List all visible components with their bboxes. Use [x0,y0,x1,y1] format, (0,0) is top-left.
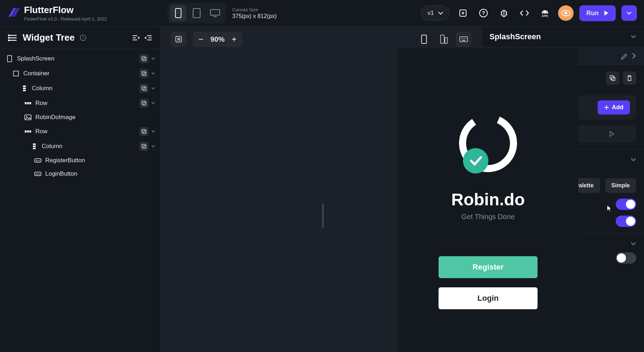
expand-all-button[interactable] [144,34,153,41]
container-icon [12,70,20,77]
help-button[interactable]: ? [476,6,491,20]
tree-node-row[interactable]: Row + [0,96,161,111]
svg-text:+: + [145,101,146,104]
svg-rect-0 [175,8,181,18]
svg-rect-62 [33,146,36,147]
tree-node-registerbutton[interactable]: BTN RegisterButton [0,154,161,167]
svg-rect-38 [142,71,145,75]
svg-rect-64 [142,144,145,147]
device-preview[interactable]: Robin.do Get Things Done Register Login [398,48,578,352]
app-title: Robin.do [451,190,525,209]
tree-label: RegisterButton [45,157,155,164]
chevron-down-icon[interactable] [151,57,155,60]
svg-point-79 [464,38,465,39]
hide-keyboard-toggle[interactable] [616,216,636,227]
tree-node-column-2[interactable]: Column + [0,139,161,154]
svg-point-80 [465,38,466,39]
tree-label: Row [35,128,136,135]
tree-node-loginbutton[interactable]: BTN LoginButton [0,167,161,181]
chevron-down-icon[interactable] [631,158,636,162]
plus-icon [604,105,609,110]
register-button[interactable]: Register [439,256,538,278]
svg-rect-73 [422,35,427,43]
zoom-out-button[interactable]: − [198,34,203,44]
collapse-all-button[interactable] [132,34,140,41]
apk-button[interactable]: APK [538,6,552,20]
chevron-down-icon[interactable] [151,145,155,148]
canvas-dimensions: 375(px) x 812(px) [232,13,277,19]
svg-rect-50 [142,101,145,104]
wrap-icon[interactable]: + [139,54,149,63]
wrap-icon[interactable]: + [139,69,149,78]
zoom-controls: − 90% + [193,31,242,47]
bug-button[interactable] [497,6,511,20]
wrap-icon[interactable]: + [139,84,149,93]
column-icon [21,84,28,92]
button-icon: BTN [34,157,42,164]
preview-keyboard-button[interactable] [456,31,471,47]
preview-dual-button[interactable] [436,31,452,47]
play-icon [604,10,609,16]
wrap-icon[interactable]: + [139,99,149,108]
info-icon[interactable]: i [80,34,87,41]
eye-icon [561,10,570,16]
run-dropdown-button[interactable] [621,5,637,21]
tree-node-container[interactable]: Container + [0,66,161,81]
svg-point-77 [461,38,462,39]
tree-node-column[interactable]: Column + [0,81,161,96]
svg-text:+: + [145,129,146,132]
code-button[interactable] [517,6,532,20]
tree-label: Row [35,100,136,107]
wrap-icon[interactable]: + [139,127,149,136]
tree-label: SplashScreen [17,55,136,62]
app-logo-icon [7,7,20,19]
chevron-down-icon[interactable] [631,242,636,246]
svg-rect-81 [462,40,465,41]
animations-tab[interactable] [587,125,636,143]
svg-rect-58 [142,129,145,133]
run-button[interactable]: Run [579,5,616,21]
tree-node-splashscreen[interactable]: SplashScreen + [0,51,161,66]
version-selector[interactable]: v1 [421,6,450,20]
svg-text:i: i [83,35,84,40]
tree-node-robindoimage[interactable]: RobinDoImage [0,111,161,124]
delete-button[interactable] [623,71,636,85]
add-action-button[interactable]: Add [598,100,630,115]
svg-rect-61 [33,143,36,145]
chevron-down-icon[interactable] [151,130,155,133]
zoom-in-button[interactable]: + [232,34,237,44]
chevron-down-icon [627,11,632,15]
device-desktop-button[interactable] [207,5,223,21]
simple-button[interactable]: Simple [605,178,636,193]
safe-area-toggle[interactable] [616,199,636,210]
chevron-down-icon[interactable] [151,87,155,90]
tree-label: RobinDoImage [35,114,155,121]
widget-tree-title: Widget Tree [23,32,75,43]
device-tablet-button[interactable] [188,5,205,21]
show-nav-toggle[interactable] [616,252,636,264]
edit-icon[interactable] [621,53,628,60]
wrap-icon[interactable]: + [139,142,149,151]
brand: FlutterFlow FlutterFlow v2.0 - Released … [7,5,107,22]
brand-title: FlutterFlow [24,5,107,16]
svg-rect-47 [25,102,27,104]
scrollbar[interactable] [322,203,324,228]
device-phone-button[interactable] [170,5,186,21]
preview-button[interactable] [558,5,574,21]
image-icon [24,113,32,121]
command-palette-button[interactable]: ⌘ [171,31,186,47]
chevron-down-icon[interactable] [631,35,636,39]
add-page-button[interactable] [456,6,470,20]
copy-button[interactable] [606,71,619,85]
login-button[interactable]: Login [439,287,538,309]
svg-point-23 [8,37,10,39]
chevron-down-icon[interactable] [151,72,155,75]
tree-label: LoginButton [45,170,155,177]
preview-phone-button[interactable] [416,31,432,47]
button-icon: BTN [34,170,42,178]
chevron-right-icon[interactable] [632,53,636,59]
chevron-down-icon[interactable] [151,102,155,105]
column-icon [30,142,38,150]
tree-node-row-2[interactable]: Row + [0,124,161,139]
svg-rect-57 [29,130,31,133]
